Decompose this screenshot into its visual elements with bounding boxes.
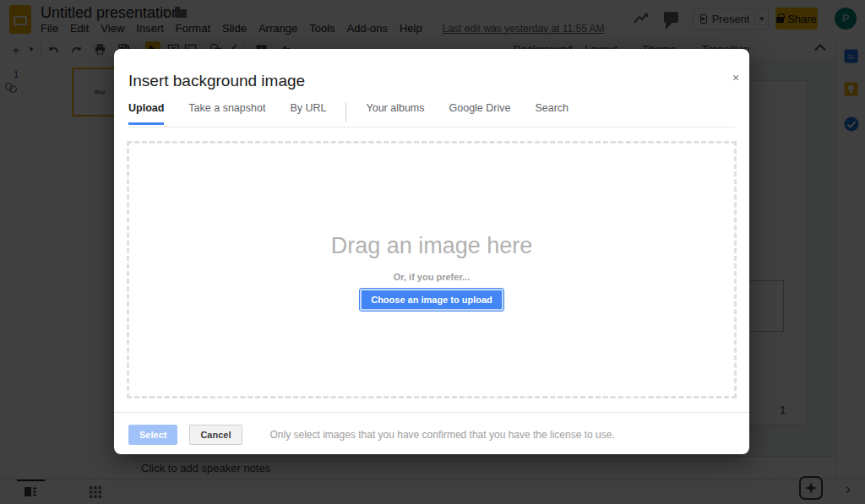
insert-background-image-dialog: Insert background image × Upload Take a …: [114, 49, 749, 454]
dropzone-heading: Drag an image here: [129, 233, 734, 259]
tab-by-url[interactable]: By URL: [290, 102, 326, 122]
tab-your-albums[interactable]: Your albums: [366, 102, 424, 122]
footer-divider: [114, 412, 749, 413]
dialog-tabs: Upload Take a snapshot By URL Your album…: [128, 102, 735, 127]
license-note: Only select images that you have confirm…: [270, 429, 615, 441]
tab-take-a-snapshot[interactable]: Take a snapshot: [188, 102, 265, 122]
cancel-button[interactable]: Cancel: [189, 425, 242, 445]
select-button[interactable]: Select: [128, 425, 177, 445]
image-dropzone[interactable]: Drag an image here Or, if you prefer... …: [127, 141, 737, 398]
choose-image-button[interactable]: Choose an image to upload: [360, 289, 503, 311]
dialog-title: Insert background image: [128, 72, 305, 90]
dialog-footer: Select Cancel Only select images that yo…: [128, 425, 735, 445]
tab-divider: [345, 102, 346, 122]
dropzone-subtext: Or, if you prefer...: [129, 272, 734, 282]
screen: Untitled presentation ☆ File Edit View I…: [0, 0, 865, 504]
tab-upload[interactable]: Upload: [128, 102, 164, 125]
close-icon[interactable]: ×: [730, 72, 742, 84]
tab-search[interactable]: Search: [535, 102, 569, 122]
tab-google-drive[interactable]: Google Drive: [449, 102, 511, 122]
